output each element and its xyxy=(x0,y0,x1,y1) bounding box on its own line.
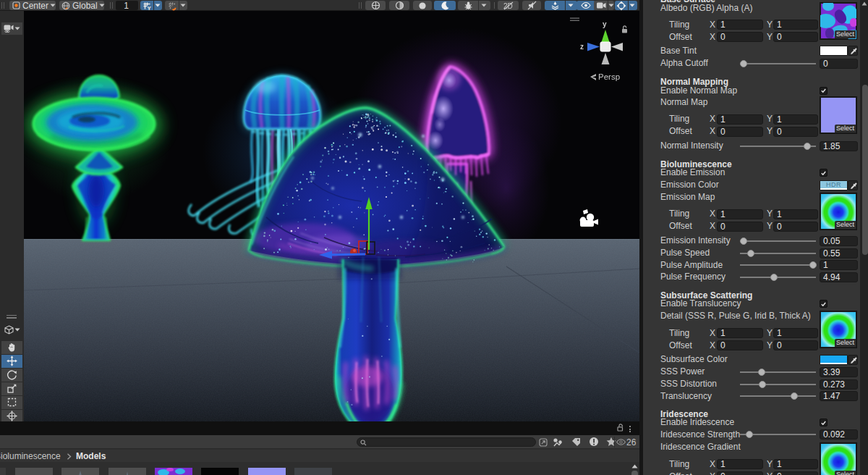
svg-text:y: y xyxy=(603,20,607,28)
svg-text:z: z xyxy=(580,43,584,51)
svg-text:Persp: Persp xyxy=(598,72,620,81)
svg-text:Y: Y xyxy=(148,5,152,11)
